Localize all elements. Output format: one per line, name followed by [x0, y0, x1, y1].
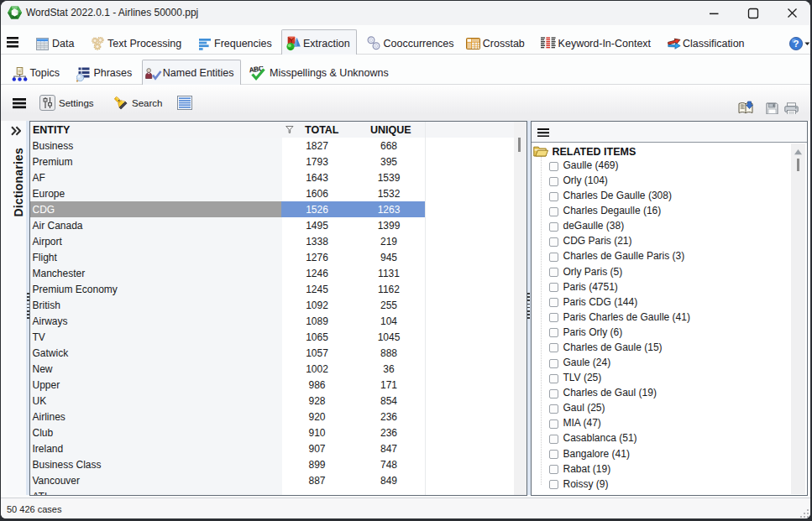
svg-text:?: ? [793, 39, 799, 49]
